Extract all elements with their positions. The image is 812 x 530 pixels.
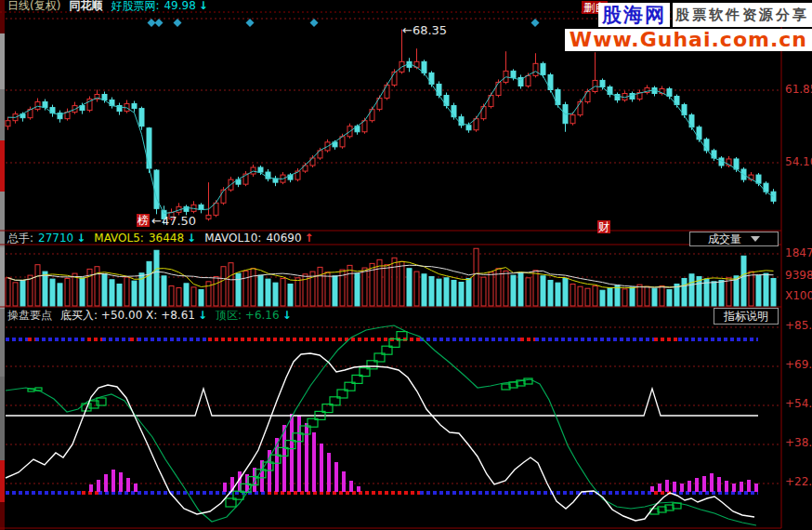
signal-diamond-icon	[148, 19, 156, 27]
price-down-arrow-icon: ↓	[199, 0, 208, 12]
window-edge	[0, 89, 5, 140]
watermark-tagline: 股票软件资源分享	[673, 3, 812, 27]
chart-canvas	[0, 0, 812, 530]
site-label: 好股票网:	[111, 0, 159, 12]
axis-label: X1000	[785, 290, 812, 301]
app-name: 同花顺	[69, 0, 102, 12]
mavol5-label: MAVOL5:	[94, 232, 144, 245]
axis-label: 18473	[785, 247, 812, 258]
volume-down-arrow-icon: ↓	[76, 232, 85, 245]
window-edge	[0, 460, 5, 502]
axis-label: +54.02	[785, 398, 812, 409]
indicator-help-label: 指标说明	[724, 309, 768, 325]
volume-header: 总手: 27710 ↓ MAVOL5: 36448 ↓ MAVOL10: 406…	[7, 232, 314, 245]
period-label: 日线(复权)	[7, 0, 60, 12]
low-annotation: ←47.50	[151, 215, 196, 227]
main-chart-header: 日线(复权) 同花顺 好股票网: 49.98 ↓	[7, 0, 208, 12]
window-edge	[0, 377, 5, 460]
window-edge	[0, 0, 5, 33]
indicator-selector-label: 成交量	[708, 232, 741, 247]
window-edge	[0, 502, 5, 530]
axis-label: 9398	[785, 270, 812, 281]
axis-label: +85.68	[785, 320, 812, 331]
mavol10-label: MAVOL10:	[204, 232, 261, 245]
mavol10-up-arrow-icon: ↑	[305, 232, 314, 245]
indicator-help-button[interactable]: 指标说明	[714, 308, 779, 325]
mavol5-value: 36448	[149, 232, 184, 245]
top-zone-reading: 顶区: +6.16	[216, 310, 280, 322]
event-badge-low[interactable]: 榜	[137, 214, 150, 227]
watermark-brand: 股海网	[598, 3, 670, 27]
axis-label: +38.19	[785, 437, 812, 448]
indicator-title: 操盘要点	[7, 310, 52, 322]
app-window: 日线(复权) 同花顺 好股票网: 49.98 ↓ 删自 股海网 股票软件资源分享…	[0, 0, 812, 530]
top-zone-down-arrow-icon: ↓	[282, 310, 292, 322]
indicator-reading: 底买入: +50.00 X: +8.61	[60, 310, 195, 322]
axis-label: 61.85	[785, 84, 812, 95]
event-badge-right[interactable]: 财	[597, 220, 610, 233]
last-price: 49.98	[164, 0, 195, 12]
indicator-down-arrow-icon: ↓	[198, 310, 207, 322]
watermark: 股海网 股票软件资源分享 Www.Guhai.com.cn	[565, 3, 812, 51]
indicator-header: 操盘要点 底买入: +50.00 X: +8.61 ↓ 顶区: +6.16 ↓	[7, 310, 292, 322]
signal-diamond-icon	[174, 19, 182, 27]
window-edge	[0, 247, 5, 309]
watermark-url: Www.Guhai.com.cn	[565, 29, 812, 51]
volume-label: 总手:	[7, 232, 33, 245]
window-edge	[0, 309, 5, 377]
window-edge	[0, 33, 5, 89]
signal-diamond-icon	[155, 19, 164, 27]
window-edge	[0, 140, 5, 192]
high-annotation: ←68.35	[402, 24, 447, 36]
mavol10-value: 40690	[266, 232, 301, 245]
window-edge	[0, 192, 5, 247]
mavol5-down-arrow-icon: ↓	[187, 232, 196, 245]
signal-diamond-icon	[246, 19, 255, 27]
axis-label: 54.10	[785, 156, 812, 167]
volume-value: 27710	[38, 232, 73, 245]
dropdown-arrow-icon[interactable]	[751, 236, 760, 242]
indicator-selector[interactable]: 成交量	[689, 232, 779, 246]
signal-diamond-icon	[531, 19, 540, 27]
axis-label: +69.85	[785, 359, 812, 370]
signal-diamond-icon	[310, 19, 319, 27]
axis-label: +22.36	[785, 476, 812, 487]
